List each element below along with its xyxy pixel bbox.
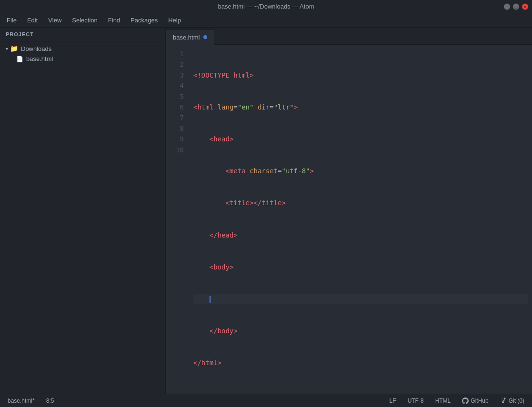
statusbar-line-ending[interactable]: LF	[388, 397, 398, 405]
tab-label: base.html	[173, 34, 200, 41]
line-numbers: 1 2 3 4 5 6 7 8 9 10	[166, 49, 190, 390]
sidebar-header: Project	[0, 28, 165, 41]
statusbar-right: LF UTF-8 HTML GitHub Git (0)	[388, 397, 526, 405]
statusbar-left: base.html* 8:5	[6, 397, 56, 405]
code-content[interactable]: <!DOCTYPE html> <html lang="en" dir="ltr…	[190, 49, 532, 390]
tab-bar: base.html	[166, 28, 532, 45]
window-controls: – □ ✕	[504, 3, 528, 10]
tree-view: ▾ 📁 Downloads 📄 base.html	[0, 41, 165, 394]
statusbar-github[interactable]: GitHub	[460, 397, 490, 405]
folder-icon: 📁	[10, 45, 18, 52]
code-line-5: <title></title>	[193, 198, 528, 208]
code-line-9: </body>	[193, 326, 528, 336]
menu-find[interactable]: Find	[103, 15, 125, 26]
git-label: Git (0)	[509, 397, 524, 404]
git-branch-icon	[500, 397, 507, 404]
line-num-8: 8	[170, 123, 184, 134]
code-line-1: <!DOCTYPE html>	[193, 70, 528, 80]
close-button[interactable]: ✕	[522, 3, 528, 10]
line-num-6: 6	[170, 102, 184, 112]
titlebar-title: base.html — ~/Downloads — Atom	[218, 3, 314, 10]
menu-view[interactable]: View	[43, 15, 66, 26]
code-line-8	[193, 294, 528, 304]
line-num-7: 7	[170, 112, 184, 123]
file-icon: 📄	[16, 56, 23, 62]
menu-packages[interactable]: Packages	[126, 15, 162, 26]
menubar: File Edit View Selection Find Packages H…	[0, 13, 532, 28]
menu-edit[interactable]: Edit	[22, 15, 42, 26]
minimize-button[interactable]: –	[504, 3, 510, 10]
line-num-5: 5	[170, 91, 184, 102]
line-num-1: 1	[170, 49, 184, 59]
text-cursor	[210, 296, 211, 303]
line-num-10: 10	[170, 145, 184, 155]
github-label: GitHub	[471, 397, 488, 404]
code-line-4: <meta charset="utf-8">	[193, 166, 528, 176]
statusbar-encoding[interactable]: UTF-8	[406, 397, 426, 405]
statusbar: base.html* 8:5 LF UTF-8 HTML GitHub Git …	[0, 394, 532, 407]
github-icon	[462, 397, 469, 404]
statusbar-cursor-pos[interactable]: 8:5	[44, 397, 56, 405]
code-line-10: </html>	[193, 357, 528, 368]
sidebar: Project ▾ 📁 Downloads 📄 base.html	[0, 28, 166, 394]
menu-help[interactable]: Help	[163, 15, 186, 26]
line-num-3: 3	[170, 70, 184, 80]
statusbar-grammar[interactable]: HTML	[433, 397, 453, 405]
file-base-html[interactable]: 📄 base.html	[0, 54, 165, 64]
folder-downloads[interactable]: ▾ 📁 Downloads	[0, 43, 165, 54]
statusbar-filename[interactable]: base.html*	[6, 397, 37, 405]
line-num-2: 2	[170, 59, 184, 69]
folder-arrow-icon: ▾	[6, 46, 8, 51]
code-line-6: </head>	[193, 230, 528, 240]
code-line-3: <head>	[193, 134, 528, 144]
folder-name: Downloads	[21, 45, 51, 52]
tab-modified-dot	[203, 35, 207, 39]
maximize-button[interactable]: □	[513, 3, 519, 10]
code-line-7: <body>	[193, 262, 528, 272]
titlebar: base.html — ~/Downloads — Atom – □ ✕	[0, 0, 532, 13]
line-num-4: 4	[170, 80, 184, 91]
main-area: Project ▾ 📁 Downloads 📄 base.html base.h…	[0, 28, 532, 394]
menu-file[interactable]: File	[2, 15, 21, 26]
file-name: base.html	[26, 55, 53, 62]
tab-base-html[interactable]: base.html	[166, 30, 214, 45]
code-line-2: <html lang="en" dir="ltr">	[193, 102, 528, 112]
code-editor[interactable]: 1 2 3 4 5 6 7 8 9 10 <!DOCTYPE html> <ht…	[166, 45, 532, 394]
menu-selection[interactable]: Selection	[67, 15, 102, 26]
editor-area: base.html 1 2 3 4 5 6 7 8 9 10 <!DOCTYPE…	[166, 28, 532, 394]
line-num-9: 9	[170, 134, 184, 144]
statusbar-git[interactable]: Git (0)	[498, 397, 526, 405]
